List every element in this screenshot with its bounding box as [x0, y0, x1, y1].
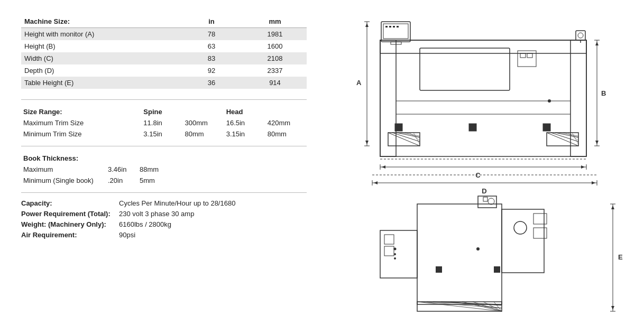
- size-range-label: Maximum Trim Size: [21, 117, 141, 128]
- book-thickness-header: Book Thickness:: [21, 153, 307, 164]
- svg-point-12: [578, 33, 583, 38]
- row-label: Depth (D): [21, 64, 180, 77]
- size-range-head-header: Head: [224, 106, 265, 117]
- row-label: Table Height (E): [21, 77, 180, 89]
- size-range-spine-header: Spine: [141, 106, 182, 117]
- book-thickness-table: Book Thickness: Maximum 3.46in 88mm Mini…: [21, 153, 307, 186]
- svg-line-81: [441, 302, 502, 305]
- svg-rect-3: [380, 40, 586, 53]
- svg-line-31: [413, 133, 420, 144]
- svg-rect-11: [576, 31, 585, 40]
- svg-line-30: [409, 133, 420, 141]
- svg-marker-55: [581, 165, 585, 169]
- weight-label: Weight: (Machinery Only):: [21, 220, 119, 228]
- svg-rect-64: [384, 235, 394, 244]
- label-B: B: [601, 89, 606, 97]
- svg-rect-69: [502, 209, 544, 273]
- table-row: Table Height (E) 36 914: [21, 77, 307, 89]
- table-row: Height with monitor (A) 78 1981: [21, 28, 307, 41]
- svg-rect-22: [469, 124, 476, 131]
- power-value: 230 volt 3 phase 30 amp: [119, 210, 194, 218]
- row-label: Height with monitor (A): [21, 28, 180, 41]
- label-E: E: [618, 253, 623, 261]
- weight-value: 6160lbs / 2800kg: [119, 220, 171, 228]
- power-row: Power Requirement (Total): 230 volt 3 ph…: [21, 210, 307, 218]
- table-row: Height (B) 63 1600: [21, 40, 307, 52]
- svg-marker-90: [611, 206, 614, 209]
- svg-marker-49: [595, 141, 599, 144]
- book-thickness-label: Minimum (Single book): [21, 175, 106, 186]
- svg-point-68: [394, 257, 396, 259]
- capacity-row: Capacity: Cycles Per Minute/Hour up to 2…: [21, 199, 307, 207]
- row-mm: 2337: [243, 64, 307, 77]
- svg-marker-48: [595, 42, 599, 45]
- label-A: A: [356, 79, 362, 87]
- label-D: D: [482, 187, 486, 195]
- svg-point-93: [488, 198, 494, 205]
- row-mm: 1981: [243, 28, 307, 41]
- svg-line-39: [572, 133, 578, 144]
- size-range-label: Minimum Trim Size: [21, 128, 141, 140]
- svg-marker-61: [592, 181, 595, 184]
- svg-rect-63: [380, 230, 417, 278]
- air-value: 90psi: [119, 231, 135, 239]
- size-range-header-row: Size Range: Spine Head: [21, 106, 307, 117]
- row-label: Height (B): [21, 40, 180, 52]
- size-range-head-in: 16.5in: [224, 117, 265, 128]
- machine-diagram: A B C D: [338, 8, 634, 326]
- size-range-row: Maximum Trim Size 11.8in 300mm 16.5in 42…: [21, 117, 307, 128]
- book-thickness-in: 3.46in: [106, 164, 137, 175]
- svg-marker-60: [374, 181, 378, 184]
- table-row: Width (C) 83 2108: [21, 52, 307, 64]
- divider-3: [21, 192, 307, 193]
- svg-rect-71: [533, 228, 547, 238]
- svg-point-73: [476, 247, 480, 251]
- size-range-spine-mm: 80mm: [183, 128, 224, 140]
- right-panel: A B C D: [328, 0, 644, 334]
- svg-marker-44: [365, 141, 369, 144]
- row-in: 83: [180, 52, 243, 64]
- svg-rect-21: [395, 124, 402, 131]
- left-panel: Machine Size: in mm Height with monitor …: [0, 0, 328, 334]
- size-range-head-mm: 420mm: [265, 117, 307, 128]
- svg-line-83: [462, 302, 502, 311]
- table-row: Depth (D) 92 2337: [21, 64, 307, 77]
- capacity-label: Capacity:: [21, 199, 119, 207]
- air-label: Air Requirement:: [21, 231, 119, 239]
- row-mm: 914: [243, 77, 307, 89]
- svg-rect-6: [385, 26, 388, 27]
- divider-2: [21, 146, 307, 146]
- row-mm: 1600: [243, 40, 307, 52]
- svg-rect-62: [417, 204, 502, 304]
- size-range-row: Minimum Trim Size 3.15in 80mm 3.15in 80m…: [21, 128, 307, 140]
- size-range-spine-mm: 300mm: [183, 117, 224, 128]
- machine-size-header-in: in: [180, 16, 243, 28]
- svg-line-25: [388, 133, 420, 146]
- svg-point-66: [394, 248, 397, 251]
- book-thickness-mm: 5mm: [137, 175, 307, 186]
- svg-rect-74: [436, 266, 442, 273]
- size-range-head-in: 3.15in: [224, 128, 265, 140]
- machine-size-header-label: Machine Size:: [21, 16, 180, 28]
- row-label: Width (C): [21, 52, 180, 64]
- svg-rect-65: [384, 246, 394, 256]
- book-thickness-row: Maximum 3.46in 88mm: [21, 164, 307, 175]
- svg-line-85: [483, 302, 502, 311]
- book-thickness-label: Maximum: [21, 164, 106, 175]
- size-range-spine-in: 3.15in: [141, 128, 182, 140]
- machine-size-header-mm: mm: [243, 16, 307, 28]
- divider-1: [21, 99, 307, 100]
- book-thickness-header-row: Book Thickness:: [21, 153, 307, 164]
- svg-rect-7: [389, 26, 391, 27]
- svg-rect-9: [397, 26, 399, 27]
- air-row: Air Requirement: 90psi: [21, 231, 307, 239]
- book-thickness-in: .20in: [106, 175, 137, 186]
- size-range-header-label: Size Range:: [21, 106, 141, 117]
- svg-point-72: [514, 221, 527, 234]
- svg-line-38: [568, 133, 578, 141]
- book-thickness-mm: 88mm: [137, 164, 307, 175]
- row-in: 63: [180, 40, 243, 52]
- svg-rect-75: [494, 266, 500, 273]
- row-in: 36: [180, 77, 243, 89]
- weight-row: Weight: (Machinery Only): 6160lbs / 2800…: [21, 220, 307, 228]
